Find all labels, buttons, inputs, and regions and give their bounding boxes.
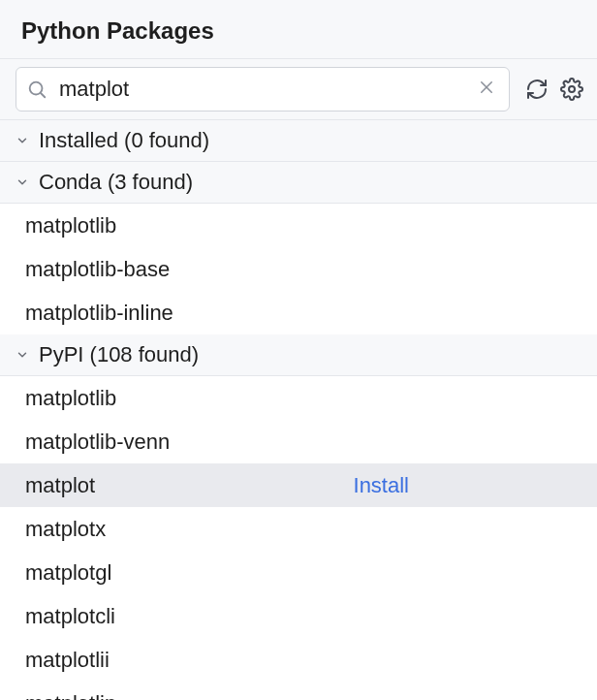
svg-point-4	[569, 86, 575, 92]
package-name: matplotlip	[25, 687, 116, 700]
search-icon	[26, 79, 47, 100]
clear-search-icon[interactable]	[474, 77, 499, 102]
section-header-conda[interactable]: Conda (3 found)	[0, 162, 597, 204]
package-name: matplotlib	[25, 209, 116, 241]
package-name: matplotlib-inline	[25, 297, 173, 329]
refresh-icon[interactable]	[525, 78, 549, 101]
package-item[interactable]: matplotcli	[0, 594, 597, 638]
package-item[interactable]: matplotlib-base	[0, 247, 597, 291]
section-label: Conda (3 found)	[39, 170, 193, 195]
package-item[interactable]: matplotx	[0, 507, 597, 551]
package-item[interactable]: matplotlib-inline	[0, 291, 597, 334]
search-row	[0, 59, 597, 120]
svg-point-0	[30, 82, 43, 95]
search-input[interactable]	[59, 77, 474, 102]
search-box[interactable]	[16, 67, 510, 111]
pypi-items: matplotlib matplotlib-venn matplot Insta…	[0, 376, 597, 700]
install-button[interactable]: Install	[354, 469, 409, 501]
package-item[interactable]: matplotlib	[0, 204, 597, 247]
conda-items: matplotlib matplotlib-base matplotlib-in…	[0, 204, 597, 334]
package-name: matplotx	[25, 513, 106, 545]
chevron-down-icon	[14, 348, 31, 362]
package-name: matplotlib	[25, 382, 116, 414]
package-item[interactable]: matplotlip	[0, 682, 597, 700]
package-name: matplotlib-venn	[25, 426, 170, 458]
package-name: matplotcli	[25, 600, 115, 632]
package-name: matplotlii	[25, 644, 110, 676]
section-header-installed[interactable]: Installed (0 found)	[0, 120, 597, 162]
toolbar-icons	[519, 78, 597, 101]
package-item[interactable]: matplotgl	[0, 551, 597, 594]
package-name: matplot	[25, 469, 95, 501]
panel-title: Python Packages	[0, 0, 597, 59]
chevron-down-icon	[14, 134, 31, 147]
package-item-selected[interactable]: matplot Install	[0, 463, 597, 507]
package-item[interactable]: matplotlib-venn	[0, 420, 597, 463]
package-item[interactable]: matplotlii	[0, 638, 597, 682]
package-item[interactable]: matplotlib	[0, 376, 597, 420]
section-header-pypi[interactable]: PyPI (108 found)	[0, 334, 597, 376]
section-label: Installed (0 found)	[39, 128, 209, 153]
section-label: PyPI (108 found)	[39, 342, 199, 367]
svg-line-1	[41, 93, 45, 97]
chevron-down-icon	[14, 175, 31, 189]
settings-icon[interactable]	[560, 78, 583, 101]
package-name: matplotgl	[25, 557, 111, 589]
package-name: matplotlib-base	[25, 253, 170, 285]
